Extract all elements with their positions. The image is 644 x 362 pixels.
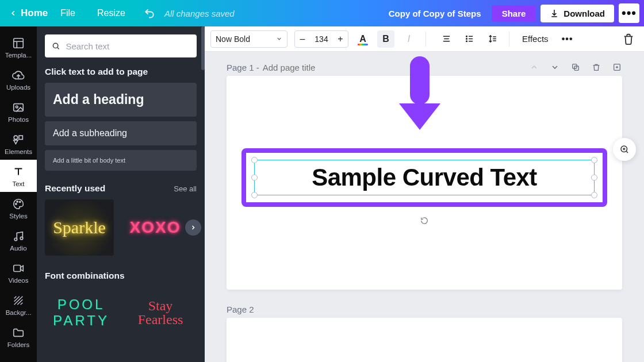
rotate-handle[interactable] xyxy=(420,216,429,225)
search-icon xyxy=(52,41,60,51)
styles-icon xyxy=(12,198,25,210)
thumb-sparkle[interactable]: Sparkle xyxy=(45,199,114,256)
elements-icon xyxy=(12,133,25,146)
resize-menu[interactable]: Resize xyxy=(88,8,135,18)
svg-rect-4 xyxy=(19,136,22,139)
page-title-input[interactable] xyxy=(263,63,372,72)
font-size-decrement[interactable]: – xyxy=(295,30,310,48)
font-combo-row: POOL PARTY Stay Fearless xyxy=(45,289,197,336)
annotation-arrow xyxy=(399,56,440,137)
download-button[interactable]: Download xyxy=(540,5,614,22)
share-button[interactable]: Share xyxy=(492,5,536,22)
resize-handle-bl[interactable] xyxy=(251,192,258,198)
thumb-next-button[interactable] xyxy=(185,219,201,236)
rail-text[interactable]: Text xyxy=(0,160,37,192)
selected-text-element[interactable]: Sample Curved Text xyxy=(254,160,595,195)
page-2-label: Page 2 xyxy=(227,305,254,314)
svg-point-11 xyxy=(53,43,57,48)
text-color-glyph: A xyxy=(359,34,366,44)
ellipsis-icon: ••• xyxy=(622,6,637,21)
trash-icon xyxy=(592,63,601,72)
rail-templates[interactable]: Templa... xyxy=(0,31,37,63)
chevron-right-icon xyxy=(190,224,197,231)
alignment-button[interactable] xyxy=(438,30,455,48)
rail-uploads[interactable]: Uploads xyxy=(0,63,37,95)
text-color-button[interactable]: A xyxy=(354,30,371,48)
search-input[interactable] xyxy=(66,41,190,51)
toolbar-overflow-button[interactable]: ••• xyxy=(559,30,576,48)
resize-handle-tl[interactable] xyxy=(251,157,258,163)
rotate-icon xyxy=(420,217,428,225)
page-down-button[interactable] xyxy=(550,62,560,72)
resize-handle-tr[interactable] xyxy=(591,157,597,163)
document-title[interactable]: Copy of Copy of Steps xyxy=(389,9,481,18)
effects-button[interactable]: Effects xyxy=(518,34,553,44)
file-menu[interactable]: File xyxy=(51,8,85,18)
rail-elements[interactable]: Elements xyxy=(0,128,37,160)
bold-button[interactable]: B xyxy=(377,30,394,48)
rail-audio[interactable]: Audio xyxy=(0,224,37,256)
rail-photos[interactable]: Photos xyxy=(0,95,37,128)
text-panel: Click text to add to page Add a heading … xyxy=(37,26,205,362)
expand-icon xyxy=(619,144,630,155)
selected-text-content[interactable]: Sample Curved Text xyxy=(312,164,537,191)
spacing-button[interactable] xyxy=(484,30,501,48)
page-up-button[interactable] xyxy=(529,62,539,72)
home-button[interactable]: Home xyxy=(9,7,48,19)
search-wrap[interactable] xyxy=(45,34,197,57)
svg-point-6 xyxy=(17,201,18,202)
undo-button[interactable] xyxy=(144,7,155,19)
list-icon xyxy=(465,34,474,44)
svg-rect-10 xyxy=(14,265,21,272)
separator xyxy=(509,32,509,47)
videos-icon xyxy=(12,262,25,275)
resize-handle-br[interactable] xyxy=(591,192,597,198)
font-size-increment[interactable]: + xyxy=(333,30,348,48)
save-status: All changes saved xyxy=(164,9,235,18)
svg-point-3 xyxy=(14,136,17,139)
overflow-button[interactable]: ••• xyxy=(619,3,639,23)
chevron-down-icon xyxy=(550,63,559,72)
rail-backgrounds[interactable]: Backgr... xyxy=(0,288,37,321)
chevron-up-icon xyxy=(530,63,539,72)
rail-styles[interactable]: Styles xyxy=(0,192,37,224)
page-2-canvas[interactable] xyxy=(227,318,622,362)
italic-button[interactable]: I xyxy=(400,30,417,48)
zoom-fab[interactable] xyxy=(613,138,636,161)
combo-stay-fearless[interactable]: Stay Fearless xyxy=(124,289,197,336)
align-icon xyxy=(442,34,451,44)
ellipsis-icon: ••• xyxy=(562,34,573,44)
font-family-dropdown[interactable]: Now Bold xyxy=(210,30,288,48)
thumb-xoxo[interactable]: XOXO xyxy=(121,199,190,256)
see-all-link[interactable]: See all xyxy=(174,184,197,193)
separator xyxy=(425,32,426,47)
font-combos-title: Font combinations xyxy=(45,271,197,281)
add-page-button[interactable] xyxy=(612,62,622,72)
top-bar: Home File Resize All changes saved Copy … xyxy=(0,0,644,26)
delete-page-button[interactable] xyxy=(591,62,601,72)
resize-handle-ml[interactable] xyxy=(251,175,258,181)
svg-point-5 xyxy=(16,203,17,205)
rail-videos[interactable]: Videos xyxy=(0,256,37,288)
page-1-canvas[interactable]: Sample Curved Text xyxy=(227,76,622,290)
resize-handle-mr[interactable] xyxy=(591,175,597,181)
templates-icon xyxy=(12,37,25,49)
svg-point-12 xyxy=(466,36,467,37)
svg-point-9 xyxy=(20,237,23,240)
duplicate-page-button[interactable] xyxy=(570,62,581,72)
svg-point-2 xyxy=(16,106,18,108)
download-icon xyxy=(550,9,559,18)
undo-icon xyxy=(144,7,155,19)
annotation-highlight-frame: Sample Curved Text xyxy=(241,148,607,207)
svg-point-14 xyxy=(466,41,467,42)
preset-heading[interactable]: Add a heading xyxy=(45,83,197,117)
preset-subheading[interactable]: Add a subheading xyxy=(45,121,197,145)
rail-folders[interactable]: Folders xyxy=(0,321,37,353)
side-rail: Templa... Uploads Photos Elements Text S… xyxy=(0,26,37,362)
recent-thumb-row: Sparkle XOXO xyxy=(45,199,197,256)
list-button[interactable] xyxy=(461,30,478,48)
preset-body[interactable]: Add a little bit of body text xyxy=(45,150,197,171)
combo-pool-party[interactable]: POOL PARTY xyxy=(45,289,117,336)
delete-button[interactable] xyxy=(622,33,635,45)
font-size-value[interactable]: 134 xyxy=(310,34,333,44)
